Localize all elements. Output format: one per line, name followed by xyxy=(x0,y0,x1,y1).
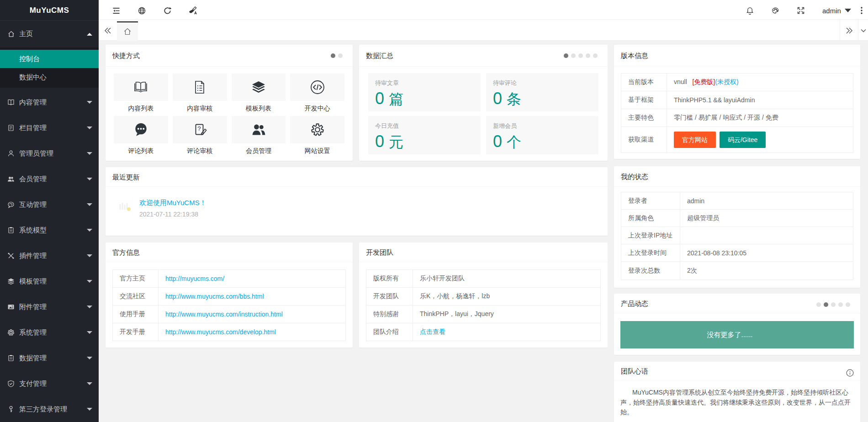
svg-text:?: ? xyxy=(197,125,201,132)
